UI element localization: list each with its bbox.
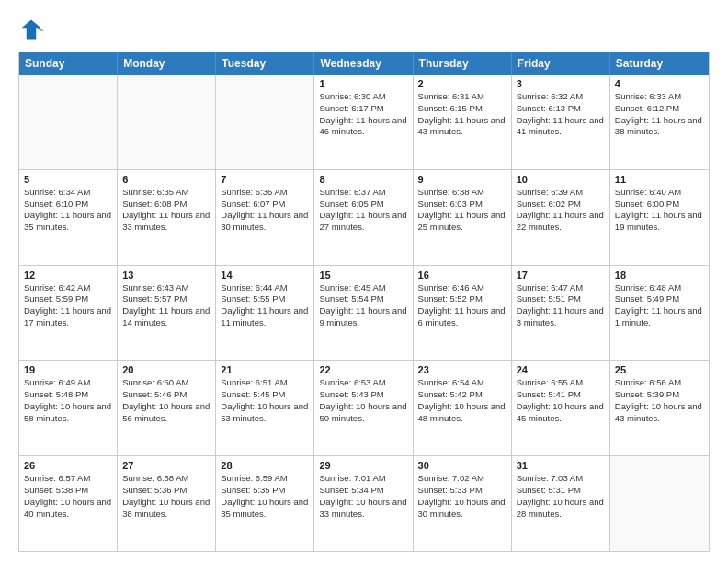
day-number: 25 xyxy=(615,364,704,375)
sunset-text: Sunset: 5:45 PM xyxy=(221,389,309,401)
header-day-monday: Monday xyxy=(118,52,216,75)
daylight-text: Daylight: 10 hours and 45 minutes. xyxy=(517,401,605,425)
calendar-cell-day-11: 11Sunrise: 6:40 AMSunset: 6:00 PMDayligh… xyxy=(610,170,709,265)
calendar-row-3: 12Sunrise: 6:42 AMSunset: 5:59 PMDayligh… xyxy=(19,265,709,361)
daylight-text: Daylight: 11 hours and 43 minutes. xyxy=(418,115,506,139)
day-number: 2 xyxy=(418,78,506,89)
day-number: 9 xyxy=(418,174,506,185)
calendar-cell-day-23: 23Sunrise: 6:54 AMSunset: 5:42 PMDayligh… xyxy=(414,361,512,455)
sunrise-text: Sunrise: 6:37 AM xyxy=(319,187,407,199)
sunset-text: Sunset: 6:10 PM xyxy=(24,199,112,211)
day-number: 10 xyxy=(517,174,605,185)
calendar-cell-day-14: 14Sunrise: 6:44 AMSunset: 5:55 PMDayligh… xyxy=(216,266,314,361)
logo xyxy=(18,17,48,42)
sunrise-text: Sunrise: 6:56 AM xyxy=(615,377,704,389)
daylight-text: Daylight: 11 hours and 9 minutes. xyxy=(319,305,407,329)
calendar: SundayMondayTuesdayWednesdayThursdayFrid… xyxy=(18,52,710,552)
daylight-text: Daylight: 10 hours and 33 minutes. xyxy=(319,497,407,521)
day-number: 4 xyxy=(615,78,704,89)
daylight-text: Daylight: 10 hours and 40 minutes. xyxy=(24,497,112,521)
sunset-text: Sunset: 6:02 PM xyxy=(517,199,605,211)
calendar-cell-day-25: 25Sunrise: 6:56 AMSunset: 5:39 PMDayligh… xyxy=(610,361,709,455)
calendar-cell-day-18: 18Sunrise: 6:48 AMSunset: 5:49 PMDayligh… xyxy=(610,266,709,361)
daylight-text: Daylight: 11 hours and 11 minutes. xyxy=(221,305,309,329)
daylight-text: Daylight: 11 hours and 1 minute. xyxy=(615,305,704,329)
day-number: 21 xyxy=(221,364,309,375)
daylight-text: Daylight: 10 hours and 30 minutes. xyxy=(418,497,506,521)
sunset-text: Sunset: 5:41 PM xyxy=(517,389,605,401)
day-number: 15 xyxy=(319,270,407,281)
sunrise-text: Sunrise: 6:32 AM xyxy=(517,91,605,103)
sunrise-text: Sunrise: 6:44 AM xyxy=(221,282,309,294)
sunset-text: Sunset: 5:38 PM xyxy=(24,485,112,497)
sunrise-text: Sunrise: 6:46 AM xyxy=(418,282,506,294)
calendar-cell-day-28: 28Sunrise: 6:59 AMSunset: 5:35 PMDayligh… xyxy=(216,456,314,551)
sunset-text: Sunset: 5:57 PM xyxy=(122,293,210,305)
sunset-text: Sunset: 5:35 PM xyxy=(221,485,309,497)
calendar-cell-day-10: 10Sunrise: 6:39 AMSunset: 6:02 PMDayligh… xyxy=(512,170,610,265)
header-day-thursday: Thursday xyxy=(414,52,512,75)
sunrise-text: Sunrise: 6:49 AM xyxy=(24,377,112,389)
calendar-cell-day-19: 19Sunrise: 6:49 AMSunset: 5:48 PMDayligh… xyxy=(19,361,118,455)
sunset-text: Sunset: 5:46 PM xyxy=(122,389,210,401)
header-day-wednesday: Wednesday xyxy=(314,52,413,75)
daylight-text: Daylight: 11 hours and 3 minutes. xyxy=(517,305,605,329)
sunset-text: Sunset: 5:48 PM xyxy=(24,389,112,401)
sunset-text: Sunset: 5:33 PM xyxy=(418,485,506,497)
calendar-cell-day-2: 2Sunrise: 6:31 AMSunset: 6:15 PMDaylight… xyxy=(414,75,512,169)
sunset-text: Sunset: 6:12 PM xyxy=(615,103,704,115)
calendar-cell-day-15: 15Sunrise: 6:45 AMSunset: 5:54 PMDayligh… xyxy=(314,266,413,361)
daylight-text: Daylight: 11 hours and 35 minutes. xyxy=(24,210,112,234)
day-number: 20 xyxy=(122,364,210,375)
calendar-cell-day-22: 22Sunrise: 6:53 AMSunset: 5:43 PMDayligh… xyxy=(314,361,413,455)
calendar-cell-empty xyxy=(19,75,118,169)
calendar-cell-day-7: 7Sunrise: 6:36 AMSunset: 6:07 PMDaylight… xyxy=(216,170,314,265)
daylight-text: Daylight: 10 hours and 38 minutes. xyxy=(122,497,210,521)
sunrise-text: Sunrise: 6:31 AM xyxy=(418,91,506,103)
day-number: 22 xyxy=(319,364,407,375)
sunrise-text: Sunrise: 6:38 AM xyxy=(418,187,506,199)
day-number: 14 xyxy=(221,270,309,281)
sunset-text: Sunset: 5:55 PM xyxy=(221,293,309,305)
daylight-text: Daylight: 11 hours and 41 minutes. xyxy=(517,115,605,139)
sunrise-text: Sunrise: 7:03 AM xyxy=(517,473,605,485)
daylight-text: Daylight: 11 hours and 30 minutes. xyxy=(221,210,309,234)
sunrise-text: Sunrise: 6:39 AM xyxy=(517,187,605,199)
day-number: 24 xyxy=(517,364,605,375)
calendar-row-5: 26Sunrise: 6:57 AMSunset: 5:38 PMDayligh… xyxy=(19,455,709,551)
sunset-text: Sunset: 6:17 PM xyxy=(319,103,407,115)
sunrise-text: Sunrise: 6:36 AM xyxy=(221,187,309,199)
calendar-cell-day-26: 26Sunrise: 6:57 AMSunset: 5:38 PMDayligh… xyxy=(19,456,118,551)
sunset-text: Sunset: 5:51 PM xyxy=(517,293,605,305)
day-number: 19 xyxy=(24,364,112,375)
sunset-text: Sunset: 5:54 PM xyxy=(319,293,407,305)
day-number: 28 xyxy=(221,460,309,471)
calendar-header: SundayMondayTuesdayWednesdayThursdayFrid… xyxy=(19,52,709,75)
day-number: 3 xyxy=(517,78,605,89)
daylight-text: Daylight: 11 hours and 33 minutes. xyxy=(122,210,210,234)
calendar-row-1: 1Sunrise: 6:30 AMSunset: 6:17 PMDaylight… xyxy=(19,75,709,169)
sunrise-text: Sunrise: 6:48 AM xyxy=(615,282,704,294)
daylight-text: Daylight: 11 hours and 14 minutes. xyxy=(122,305,210,329)
day-number: 11 xyxy=(615,174,704,185)
daylight-text: Daylight: 10 hours and 50 minutes. xyxy=(319,401,407,425)
daylight-text: Daylight: 10 hours and 58 minutes. xyxy=(24,401,112,425)
day-number: 31 xyxy=(517,460,605,471)
daylight-text: Daylight: 11 hours and 6 minutes. xyxy=(418,305,506,329)
sunset-text: Sunset: 5:31 PM xyxy=(517,485,605,497)
sunrise-text: Sunrise: 6:55 AM xyxy=(517,377,605,389)
calendar-cell-day-3: 3Sunrise: 6:32 AMSunset: 6:13 PMDaylight… xyxy=(512,75,610,169)
sunrise-text: Sunrise: 6:33 AM xyxy=(615,91,704,103)
daylight-text: Daylight: 10 hours and 48 minutes. xyxy=(418,401,506,425)
sunrise-text: Sunrise: 6:30 AM xyxy=(319,91,407,103)
header-day-tuesday: Tuesday xyxy=(216,52,314,75)
day-number: 8 xyxy=(319,174,407,185)
calendar-cell-day-24: 24Sunrise: 6:55 AMSunset: 5:41 PMDayligh… xyxy=(512,361,610,455)
day-number: 7 xyxy=(221,174,309,185)
sunset-text: Sunset: 6:07 PM xyxy=(221,199,309,211)
day-number: 5 xyxy=(24,174,112,185)
sunset-text: Sunset: 6:03 PM xyxy=(418,199,506,211)
svg-marker-0 xyxy=(22,20,41,40)
daylight-text: Daylight: 10 hours and 43 minutes. xyxy=(615,401,704,425)
calendar-cell-day-29: 29Sunrise: 7:01 AMSunset: 5:34 PMDayligh… xyxy=(314,456,413,551)
